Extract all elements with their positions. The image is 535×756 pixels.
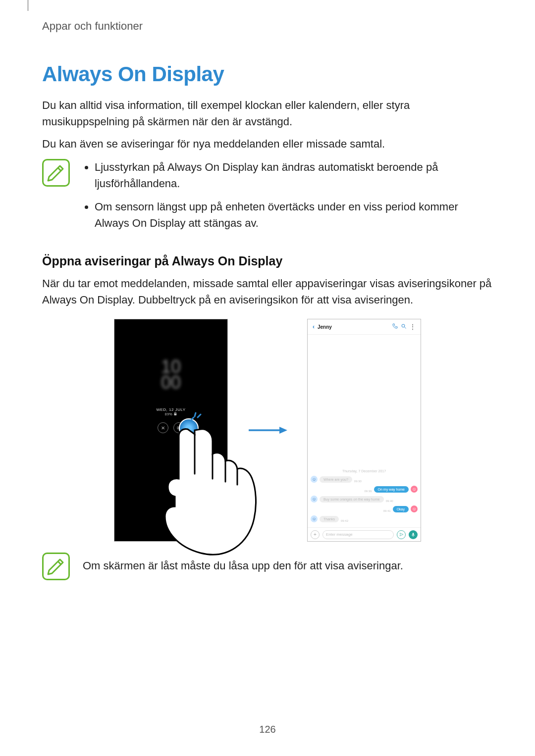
tap-indicator <box>179 418 197 436</box>
svg-line-8 <box>405 327 406 328</box>
avatar: ☺ <box>311 515 318 522</box>
figure: 10 00 WED, 12 JULY 89% ✕ ✉ <box>42 319 493 542</box>
svg-line-2 <box>191 417 194 420</box>
timestamp: 09:30 <box>354 480 362 483</box>
note-block-1: Ljusstyrkan på Always On Display kan änd… <box>42 159 493 238</box>
aod-clock: 10 00 <box>161 359 181 391</box>
phone-mock-aod: 10 00 WED, 12 JULY 89% ✕ ✉ <box>114 319 228 542</box>
svg-line-4 <box>198 414 201 417</box>
chat-header: ‹ Jenny ⋮ <box>308 319 421 335</box>
svg-point-7 <box>402 324 405 327</box>
send-icon[interactable] <box>397 530 406 539</box>
note-icon <box>42 159 70 187</box>
svg-rect-1 <box>174 413 176 415</box>
svg-line-10 <box>58 561 61 564</box>
lock-icon <box>173 412 177 416</box>
intro-paragraph-1: Du kan alltid visa information, till exe… <box>42 97 493 130</box>
page-title: Always On Display <box>42 62 493 86</box>
plus-icon[interactable]: + <box>311 530 320 539</box>
phone-mock-messages: ‹ Jenny ⋮ Thursday, 7 December 2017 ☺ Wh… <box>307 319 421 542</box>
svg-line-3 <box>195 413 196 416</box>
avatar: ☺ <box>411 505 418 512</box>
svg-rect-9 <box>413 533 414 535</box>
back-icon[interactable]: ‹ <box>313 323 315 330</box>
timestamp: 09:41 <box>383 509 391 512</box>
page-number: 126 <box>259 724 275 735</box>
message-bubble: Okay <box>393 506 409 512</box>
message-bubble: Where are you? <box>320 476 352 483</box>
section-paragraph: När du tar emot meddelanden, missade sam… <box>42 275 493 308</box>
timestamp: 09:36 <box>365 490 372 493</box>
message-bubble: On my way home <box>374 486 409 493</box>
note-item: Om sensorn längst upp på enheten övertäc… <box>95 199 493 231</box>
message-row: 09:36 On my way home ☺ <box>311 486 418 493</box>
message-row: 09:41 Okay ☺ <box>311 505 418 512</box>
message-input[interactable]: Enter message <box>322 530 394 539</box>
svg-line-0 <box>58 168 61 171</box>
intro-paragraph-2: Du kan även se aviseringar för nya medde… <box>42 136 493 152</box>
timestamp: 09:40 <box>386 500 393 503</box>
missed-call-icon[interactable]: ✕ <box>158 422 168 433</box>
more-icon[interactable]: ⋮ <box>410 323 416 330</box>
note-item: Ljusstyrkan på Always On Display kan änd… <box>95 159 493 192</box>
date-separator: Thursday, 7 December 2017 <box>311 469 418 473</box>
section-heading: Öppna aviseringar på Always On Display <box>42 254 493 268</box>
page-corner-mark <box>28 0 28 11</box>
note-list: Ljusstyrkan på Always On Display kan änd… <box>83 159 493 231</box>
chat-body: Thursday, 7 December 2017 ☺ Where are yo… <box>308 334 421 527</box>
arrow-icon <box>248 426 287 435</box>
note-block-2: Om skärmen är låst måste du låsa upp den… <box>42 553 493 580</box>
chat-input-bar: + Enter message <box>308 527 421 541</box>
message-row: ☺ Thanks 09:42 <box>311 515 418 522</box>
phone-icon[interactable] <box>392 323 398 331</box>
document-page: Appar och funktioner Always On Display D… <box>0 0 535 580</box>
note-text: Om skärmen är låst måste du låsa upp den… <box>83 553 493 574</box>
message-bubble: Thanks <box>320 516 339 522</box>
aod-date: WED, 12 JULY 89% <box>156 407 185 416</box>
message-bubble: Buy some oranges on the way home <box>320 496 384 503</box>
avatar: ☺ <box>311 476 318 483</box>
search-icon[interactable] <box>401 323 407 331</box>
note-icon <box>42 553 70 580</box>
avatar: ☺ <box>311 496 318 503</box>
hand-illustration <box>153 419 257 558</box>
message-row: ☺ Buy some oranges on the way home 09:40 <box>311 496 418 503</box>
avatar: ☺ <box>411 486 418 493</box>
timestamp: 09:42 <box>341 519 348 522</box>
breadcrumb: Appar och funktioner <box>42 20 493 33</box>
contact-name: Jenny <box>318 324 332 330</box>
svg-marker-6 <box>279 427 287 434</box>
mic-icon[interactable] <box>409 530 418 539</box>
message-row: ☺ Where are you? 09:30 <box>311 476 418 483</box>
